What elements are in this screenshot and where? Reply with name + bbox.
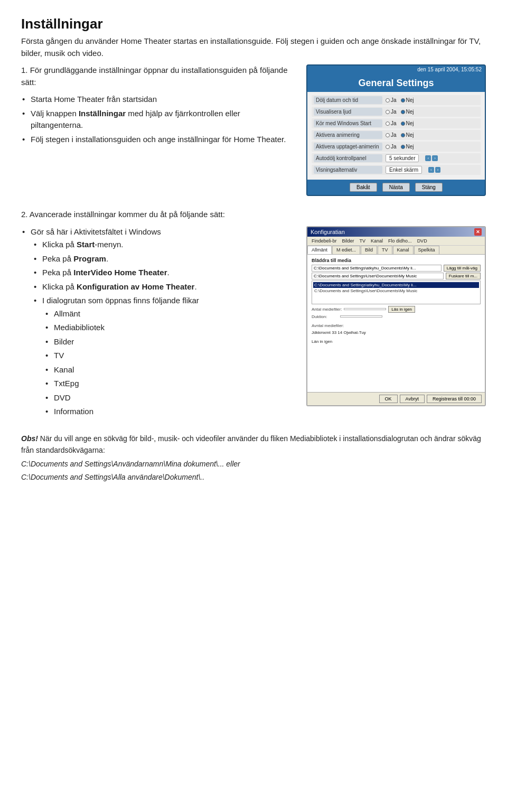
- sub-bullet-intervideo: Peka på InterVideo Home Theater.: [31, 267, 294, 279]
- page-title: Inställningar: [21, 16, 486, 32]
- gs-options-6: 5 sekunder ‹ ›: [386, 154, 438, 162]
- gs-btn-stang[interactable]: Stäng: [415, 183, 443, 192]
- gs-dot-nej-5: [401, 145, 405, 149]
- kf-menu-tv[interactable]: TV: [358, 238, 368, 244]
- gs-radio-nej-3[interactable]: Nej: [401, 120, 414, 126]
- kf-tab-tv[interactable]: TV: [378, 246, 392, 254]
- gs-radio-nej-5[interactable]: Nej: [401, 144, 414, 150]
- kf-lan-label: Lán in igen: [312, 339, 332, 344]
- kf-list-box[interactable]: C:\Documents and Settings\atkyhu_Documen…: [312, 281, 481, 304]
- kf-tab-bilder[interactable]: Bild: [361, 246, 377, 254]
- kf-list-item-2[interactable]: C:\Documents and Settings\User\Documents…: [313, 288, 479, 294]
- kf-list-item-1[interactable]: C:\Documents and Settings\atkyhu_Documen…: [313, 282, 479, 288]
- sub-bullet-konfiguration: Klicka på Konfiguration av Home Theater.: [31, 281, 294, 293]
- kf-menu-edit[interactable]: Bilder: [340, 238, 356, 244]
- flik-txtepg: TxtEpg: [42, 378, 294, 390]
- kf-lan-in-row: Lán in igen: [312, 339, 481, 344]
- obs-ellipsis1: ... eller: [218, 460, 240, 468]
- kf-menu-dvd[interactable]: DVD: [415, 238, 429, 244]
- gs-row-5: Aktivera upptaget-animerin Ja Nej: [312, 142, 481, 152]
- gs-value-7: Enkel skärm: [386, 166, 422, 174]
- gs-body: Dölj datum och tid Ja Nej Visualisera lj…: [307, 92, 485, 180]
- kf-add-btn[interactable]: Lägg till mål-väg: [444, 265, 481, 272]
- gs-radio-ja-3[interactable]: Ja: [386, 120, 397, 126]
- kf-bottom-row: Jdkkmxmt 33 14 Ojwlhat-Tuy: [312, 329, 481, 335]
- kf-path-input-1[interactable]: [312, 265, 442, 272]
- gs-btn-bakat[interactable]: Bakåt: [350, 183, 377, 192]
- gs-arrow-left-6[interactable]: ‹: [425, 155, 431, 161]
- flik-dvd: DVD: [42, 392, 294, 404]
- flik-tv-label: TV: [54, 351, 64, 360]
- kf-ok-btn[interactable]: OK: [379, 395, 398, 403]
- gs-radio-ja-1[interactable]: Ja: [386, 97, 397, 103]
- kf-menu-flo[interactable]: Flo didho...: [386, 238, 414, 244]
- kf-browse-btn[interactable]: Fuskare till m...: [446, 273, 481, 279]
- flik-tv: TV: [42, 350, 294, 362]
- sub-bullet-start: Klicka på Start-menyn.: [31, 239, 294, 251]
- gs-row-1: Dölj datum och tid Ja Nej: [312, 95, 481, 105]
- sub-start-pre: Klicka på: [42, 240, 77, 249]
- gs-radio-nej-2[interactable]: Nej: [401, 109, 414, 115]
- gs-btn-nasta[interactable]: Nästa: [382, 183, 410, 192]
- gs-options-3: Ja Nej: [386, 120, 414, 126]
- gs-arrows-7: ‹ ›: [428, 167, 440, 173]
- gs-dot-ja-1: [386, 98, 390, 102]
- flik-mediabibliotek: Mediabibliotek: [42, 322, 294, 334]
- sub-bullet-dialog: I dialogrutan som öppnas finns följande …: [31, 295, 294, 418]
- sub-start-post: -menyn.: [95, 240, 123, 249]
- kf-duration-value: [340, 315, 382, 318]
- kf-menu-kanal[interactable]: Kanal: [369, 238, 385, 244]
- sub-prog-bold: Program: [73, 254, 106, 263]
- gs-row-4: Aktivera animering Ja Nej: [312, 130, 481, 140]
- gs-dot-nej-3: [401, 122, 405, 126]
- gs-dot-nej-2: [401, 110, 405, 114]
- sub-iv-bold: InterVideo Home Theater: [73, 268, 167, 277]
- kf-menubar: Findebeli-br Bilder TV Kanal Flo didho..…: [309, 238, 483, 244]
- gs-title: General Settings: [307, 73, 485, 92]
- kf-path-row-1: Lägg till mål-väg: [312, 265, 481, 272]
- section2-bullet-list: Gör så här i Aktivitetsfältet i Windows …: [21, 226, 294, 418]
- kf-tab-allmant[interactable]: Allmänt: [307, 246, 332, 254]
- kf-title-text: Konfiguratian: [311, 229, 345, 235]
- gs-options-4: Ja Nej: [386, 132, 414, 138]
- section1-bullet-list: Starta Home Theater från startsidan Välj…: [21, 94, 294, 145]
- gs-dot-ja-5: [386, 145, 390, 149]
- kf-avbryt-btn[interactable]: Avbryt: [400, 395, 425, 403]
- kf-path-input-2[interactable]: [312, 273, 444, 279]
- general-settings-screenshot: den 15 april 2004, 15:05:52 General Sett…: [306, 64, 486, 196]
- kf-close-button[interactable]: ✕: [474, 228, 482, 236]
- gs-label-3: Kör med Windows Start: [314, 119, 382, 127]
- kf-antal-label: Antal mediefiler:: [312, 307, 342, 312]
- gs-arrow-left-7[interactable]: ‹: [428, 167, 434, 173]
- gs-row-3: Kör med Windows Start Ja Nej: [312, 118, 481, 128]
- kf-tab-mediet[interactable]: M ediet...: [332, 246, 360, 254]
- gs-radio-nej-1[interactable]: Nej: [401, 97, 414, 103]
- gs-arrow-right-6[interactable]: ›: [432, 155, 438, 161]
- kf-tab-spelkita[interactable]: Spelkita: [414, 246, 439, 254]
- bullet2-pre: Välj knappen: [31, 109, 79, 118]
- kf-menu-file[interactable]: Findebeli-br: [309, 238, 339, 244]
- obs-path2: C:\Documents and Settings\Alla användare…: [21, 471, 486, 483]
- flik-mediabibliotek-label: Mediabibliotek: [54, 323, 105, 332]
- sub-iv-pre: Peka på: [42, 268, 73, 277]
- gs-arrow-right-7[interactable]: ›: [435, 167, 441, 173]
- kf-tab-kanal[interactable]: Kanal: [393, 246, 414, 254]
- gs-options-5: Ja Nej: [386, 144, 414, 150]
- kf-path-row-2: Fuskare till m...: [312, 273, 481, 279]
- gs-radio-ja-4[interactable]: Ja: [386, 132, 397, 138]
- section1-text: 1. För grundläggande inställningar öppna…: [21, 64, 294, 147]
- gs-date: den 15 april 2004, 15:05:52: [417, 67, 482, 72]
- gs-radio-ja-5[interactable]: Ja: [386, 144, 397, 150]
- kf-bottom-text: Jdkkmxmt 33 14 Ojwlhat-Tuy: [312, 330, 366, 335]
- gs-window: den 15 april 2004, 15:05:52 General Sett…: [306, 64, 486, 196]
- obs-paragraph: Obs! När du vill ange en sökväg för bild…: [21, 433, 486, 456]
- flik-kanal-label: Kanal: [54, 365, 74, 374]
- gs-radio-nej-4[interactable]: Nej: [401, 132, 414, 138]
- gs-arrows-6: ‹ ›: [425, 155, 437, 161]
- gs-label-5: Aktivera upptaget-animerin: [314, 143, 382, 151]
- kf-las-in-btn[interactable]: Läs in igen: [388, 306, 415, 313]
- section2-number: 2.: [21, 210, 28, 219]
- kf-registreras-btn[interactable]: Registreras till 00:00: [427, 395, 482, 403]
- sub-kf-bold: Konfiguration av Home Theater: [77, 282, 194, 291]
- gs-radio-ja-2[interactable]: Ja: [386, 109, 397, 115]
